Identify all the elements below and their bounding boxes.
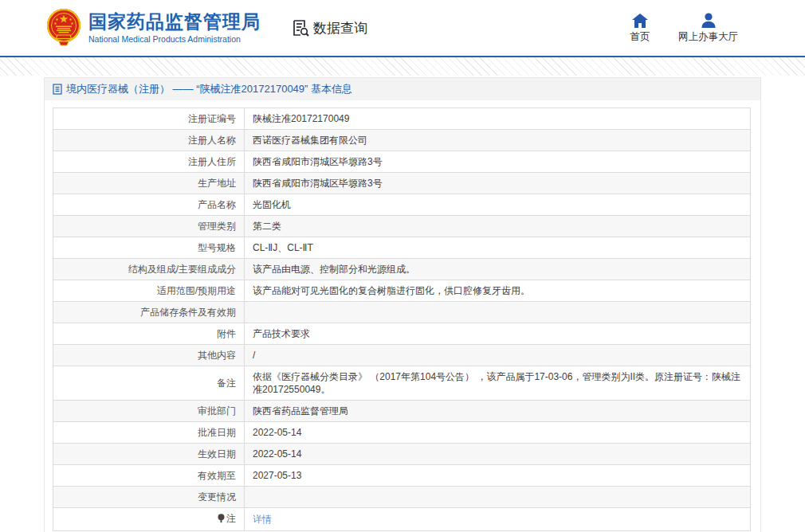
row-value: 该产品能对可见光固化的复合树脂进行固化，供口腔修复牙齿用。 xyxy=(245,280,751,302)
row-label: 有效期至 xyxy=(53,465,245,487)
nav-home-label: 首页 xyxy=(630,30,650,44)
row-label: 其他内容 xyxy=(53,345,245,366)
home-icon xyxy=(632,12,648,28)
table-row: 备注依据《医疗器械分类目录》 （2017年第104号公告） ，该产品属于17-0… xyxy=(53,366,751,401)
data-query-tab[interactable]: 数据查询 xyxy=(291,18,367,37)
nav-home[interactable]: 首页 xyxy=(626,12,654,44)
brand: 国家药品监督管理局 National Medical Products Admi… xyxy=(46,8,261,48)
row-label: 注册人住所 xyxy=(53,151,245,173)
table-row: 型号规格CL-ⅡJ、CL-ⅡT xyxy=(53,237,751,259)
row-label: 备注 xyxy=(53,366,245,401)
row-label: 批准日期 xyxy=(53,422,245,444)
row-label: 产品名称 xyxy=(53,194,245,216)
org-name-cn: 国家药品监督管理局 xyxy=(88,11,261,32)
row-label: 生产地址 xyxy=(53,173,245,194)
table-row: 其他内容/ xyxy=(53,345,751,366)
table-row: 附件产品技术要求 xyxy=(53,323,751,345)
row-value: 光固化机 xyxy=(245,194,751,216)
row-value: / xyxy=(245,345,751,366)
national-emblem-logo xyxy=(46,8,81,48)
row-label: 适用范围/预期用途 xyxy=(53,280,245,302)
row-value: 2027-05-13 xyxy=(245,465,751,487)
table-row: 产品名称光固化机 xyxy=(53,194,751,216)
table-row: 变更情况 xyxy=(53,487,751,508)
row-value: 依据《医疗器械分类目录》 （2017年第104号公告） ，该产品属于17-03-… xyxy=(245,366,751,401)
row-value: 陕西省咸阳市渭城区毕塬路3号 xyxy=(245,173,751,194)
data-query-label: 数据查询 xyxy=(313,19,367,37)
org-name-en: National Medical Products Administration xyxy=(88,33,261,45)
info-table-body: 注册证编号陕械注准20172170049注册人名称西诺医疗器械集团有限公司注册人… xyxy=(53,108,751,531)
table-row: 生效日期2022-05-14 xyxy=(53,444,751,465)
table-row: 有效期至2027-05-13 xyxy=(53,465,751,487)
page-title: 境内医疗器械（注册） —— “陕械注准20172170049” 基本信息 xyxy=(66,82,352,96)
hatch-texture-band xyxy=(0,57,805,76)
top-nav: 首页 网上办事大厅 xyxy=(626,12,805,44)
table-row: 注册人名称西诺医疗器械集团有限公司 xyxy=(53,130,751,151)
info-table: 注册证编号陕械注准20172170049注册人名称西诺医疗器械集团有限公司注册人… xyxy=(53,108,751,531)
document-search-icon xyxy=(291,18,310,37)
row-value xyxy=(245,302,751,323)
row-value: 该产品由电源、控制部分和光源组成。 xyxy=(245,259,751,280)
row-label: 注册人名称 xyxy=(53,130,245,151)
site-header: 国家药品监督管理局 National Medical Products Admi… xyxy=(0,0,805,56)
row-value: 2022-05-14 xyxy=(245,444,751,465)
row-value xyxy=(245,487,751,508)
table-row: 注册证编号陕械注准20172170049 xyxy=(53,108,751,130)
row-value: 详情 xyxy=(245,508,751,531)
row-value: 西诺医疗器械集团有限公司 xyxy=(245,130,751,151)
table-row: 批准日期2022-05-14 xyxy=(53,422,751,444)
table-row: 生产地址陕西省咸阳市渭城区毕塬路3号 xyxy=(53,173,751,194)
nav-service-hall-label: 网上办事大厅 xyxy=(678,30,738,44)
table-row: 结构及组成/主要组成成分该产品由电源、控制部分和光源组成。 xyxy=(53,259,751,280)
row-label: 管理类别 xyxy=(53,216,245,237)
row-label: 变更情况 xyxy=(53,487,245,508)
row-value: 陕械注准20172170049 xyxy=(245,108,751,130)
table-row: 审批部门陕西省药品监督管理局 xyxy=(53,401,751,422)
table-row: 注册人住所陕西省咸阳市渭城区毕塬路3号 xyxy=(53,151,751,173)
row-value: 2022-05-14 xyxy=(245,422,751,444)
table-row: 产品储存条件及有效期 xyxy=(53,302,751,323)
document-icon xyxy=(53,84,62,95)
row-label: 注 xyxy=(53,508,245,531)
row-label: 生效日期 xyxy=(53,444,245,465)
content-container: 境内医疗器械（注册） —— “陕械注准20172170049” 基本信息 注册证… xyxy=(44,77,761,532)
table-row: 注详情 xyxy=(53,508,751,531)
row-value: 陕西省咸阳市渭城区毕塬路3号 xyxy=(245,151,751,173)
row-value: CL-ⅡJ、CL-ⅡT xyxy=(245,237,751,259)
row-value: 产品技术要求 xyxy=(245,323,751,345)
row-label: 审批部门 xyxy=(53,401,245,422)
brand-text: 国家药品监督管理局 National Medical Products Admi… xyxy=(88,11,261,45)
table-wrap: 注册证编号陕械注准20172170049注册人名称西诺医疗器械集团有限公司注册人… xyxy=(45,100,760,532)
user-icon xyxy=(701,12,717,28)
row-label: 注册证编号 xyxy=(53,108,245,130)
note-pin-icon xyxy=(218,514,225,526)
row-value: 陕西省药品监督管理局 xyxy=(245,401,751,422)
row-label: 附件 xyxy=(53,323,245,345)
row-label: 结构及组成/主要组成成分 xyxy=(53,259,245,280)
breadcrumb: 境内医疗器械（注册） —— “陕械注准20172170049” 基本信息 xyxy=(45,78,760,100)
table-row: 管理类别第二类 xyxy=(53,216,751,237)
row-value: 第二类 xyxy=(245,216,751,237)
detail-link[interactable]: 详情 xyxy=(253,514,272,525)
row-label: 型号规格 xyxy=(53,237,245,259)
nav-service-hall[interactable]: 网上办事大厅 xyxy=(678,12,738,44)
table-row: 适用范围/预期用途该产品能对可见光固化的复合树脂进行固化，供口腔修复牙齿用。 xyxy=(53,280,751,302)
row-label: 产品储存条件及有效期 xyxy=(53,302,245,323)
